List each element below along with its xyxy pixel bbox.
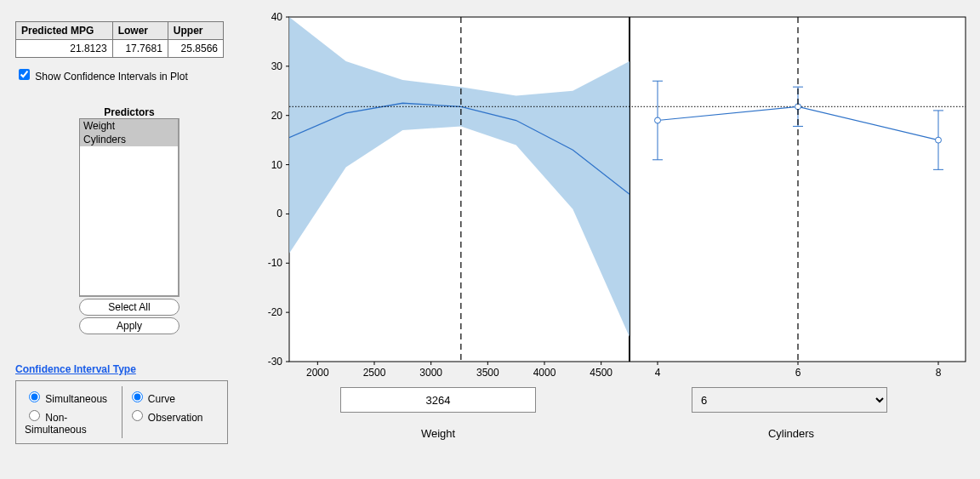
show-ci-checkbox-input[interactable] bbox=[19, 69, 30, 80]
radio-observation-input[interactable] bbox=[132, 410, 143, 421]
radio-curve[interactable]: Curve bbox=[128, 393, 175, 405]
show-ci-label: Show Confidence Intervals in Plot bbox=[35, 71, 187, 83]
svg-text:3500: 3500 bbox=[476, 367, 499, 379]
col-upper: Upper bbox=[168, 22, 223, 40]
radio-label: Simultaneous bbox=[45, 393, 107, 405]
svg-point-51 bbox=[936, 137, 942, 143]
weight-input[interactable] bbox=[340, 387, 536, 413]
radio-observation[interactable]: Observation bbox=[128, 412, 203, 424]
svg-text:2000: 2000 bbox=[306, 367, 329, 379]
val-predicted: 21.8123 bbox=[16, 40, 113, 58]
radio-simultaneous[interactable]: Simultaneous bbox=[25, 393, 107, 405]
col-lower: Lower bbox=[112, 22, 168, 40]
val-lower: 17.7681 bbox=[112, 40, 168, 58]
radio-curve-input[interactable] bbox=[132, 391, 143, 402]
radio-label: Curve bbox=[148, 393, 175, 405]
xlabel-cylinders: Cylinders bbox=[727, 427, 855, 440]
svg-text:4: 4 bbox=[655, 367, 661, 379]
select-all-button[interactable]: Select All bbox=[79, 299, 179, 316]
svg-text:2500: 2500 bbox=[363, 367, 386, 379]
list-item[interactable]: Cylinders bbox=[80, 133, 178, 146]
svg-text:4500: 4500 bbox=[590, 367, 612, 379]
svg-text:3000: 3000 bbox=[419, 367, 442, 379]
svg-text:-30: -30 bbox=[268, 356, 283, 368]
prediction-table: Predicted MPG Lower Upper 21.8123 17.768… bbox=[15, 21, 224, 58]
val-upper: 25.8566 bbox=[168, 40, 223, 58]
svg-text:40: 40 bbox=[271, 11, 283, 23]
svg-text:30: 30 bbox=[271, 60, 283, 72]
svg-text:8: 8 bbox=[936, 367, 942, 379]
svg-text:0: 0 bbox=[276, 208, 282, 220]
xlabel-weight: Weight bbox=[374, 427, 502, 440]
show-ci-checkbox[interactable]: Show Confidence Intervals in Plot bbox=[15, 71, 188, 83]
predictor-listbox[interactable]: Weight Cylinders bbox=[79, 118, 179, 297]
radio-non-simultaneous[interactable]: Non-Simultaneous bbox=[25, 412, 87, 436]
radio-label: Observation bbox=[148, 412, 203, 424]
cylinders-select[interactable]: 6 bbox=[692, 387, 887, 413]
apply-button[interactable]: Apply bbox=[79, 317, 179, 334]
svg-text:6: 6 bbox=[795, 367, 801, 379]
svg-text:20: 20 bbox=[271, 110, 283, 122]
list-item[interactable]: Weight bbox=[80, 119, 178, 133]
svg-text:-20: -20 bbox=[268, 306, 283, 318]
col-predicted: Predicted MPG bbox=[16, 22, 113, 40]
predictors-heading: Predictors bbox=[79, 106, 179, 118]
svg-point-43 bbox=[655, 117, 661, 123]
svg-text:10: 10 bbox=[271, 159, 283, 171]
svg-text:4000: 4000 bbox=[533, 367, 556, 379]
svg-text:-10: -10 bbox=[268, 257, 283, 269]
radio-non-simultaneous-input[interactable] bbox=[29, 410, 40, 421]
radio-simultaneous-input[interactable] bbox=[29, 391, 40, 402]
ci-type-heading: Confidence Interval Type bbox=[15, 363, 228, 375]
